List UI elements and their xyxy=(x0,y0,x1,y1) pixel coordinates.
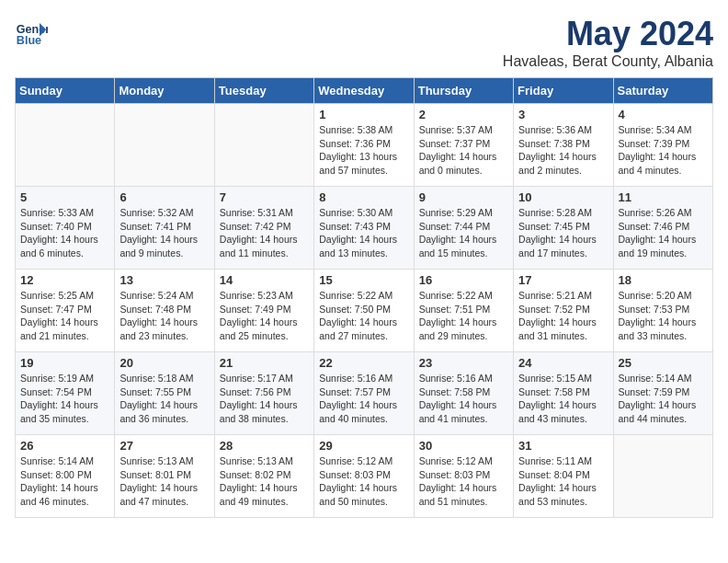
day-number: 12 xyxy=(20,273,109,287)
day-number: 20 xyxy=(119,356,209,370)
day-info: Sunrise: 5:38 AMSunset: 7:36 PMDaylight:… xyxy=(319,123,408,178)
calendar-cell xyxy=(214,104,313,187)
day-number: 27 xyxy=(119,439,209,453)
day-number: 6 xyxy=(119,190,209,204)
calendar-week-1: 1Sunrise: 5:38 AMSunset: 7:36 PMDaylight… xyxy=(16,104,713,187)
day-number: 29 xyxy=(319,439,408,453)
calendar-cell: 24Sunrise: 5:15 AMSunset: 7:58 PMDayligh… xyxy=(514,352,613,435)
day-number: 14 xyxy=(220,273,309,287)
calendar-week-5: 26Sunrise: 5:14 AMSunset: 8:00 PMDayligh… xyxy=(16,435,713,518)
calendar-cell: 25Sunrise: 5:14 AMSunset: 7:59 PMDayligh… xyxy=(613,352,712,435)
day-info: Sunrise: 5:16 AMSunset: 7:57 PMDaylight:… xyxy=(319,372,408,426)
day-info: Sunrise: 5:16 AMSunset: 7:58 PMDaylight:… xyxy=(419,372,508,426)
calendar-cell: 2Sunrise: 5:37 AMSunset: 7:37 PMDaylight… xyxy=(414,104,513,187)
calendar-cell: 12Sunrise: 5:25 AMSunset: 7:47 PMDayligh… xyxy=(16,270,115,352)
calendar-cell xyxy=(115,104,214,187)
weekday-header-monday: Monday xyxy=(115,78,214,104)
title-block: May 2024 Havaleas, Berat County, Albania xyxy=(503,15,713,70)
calendar-cell: 1Sunrise: 5:38 AMSunset: 7:36 PMDaylight… xyxy=(314,104,414,187)
calendar-cell: 30Sunrise: 5:12 AMSunset: 8:03 PMDayligh… xyxy=(414,435,513,518)
location-subtitle: Havaleas, Berat County, Albania xyxy=(503,53,713,70)
day-number: 3 xyxy=(518,108,608,121)
weekday-header-row: SundayMondayTuesdayWednesdayThursdayFrid… xyxy=(16,78,713,104)
day-number: 9 xyxy=(419,190,508,204)
calendar-cell: 28Sunrise: 5:13 AMSunset: 8:02 PMDayligh… xyxy=(214,435,313,518)
day-info: Sunrise: 5:29 AMSunset: 7:44 PMDaylight:… xyxy=(419,206,508,260)
day-info: Sunrise: 5:14 AMSunset: 8:00 PMDaylight:… xyxy=(20,454,109,509)
calendar-cell: 13Sunrise: 5:24 AMSunset: 7:48 PMDayligh… xyxy=(115,270,214,352)
calendar-week-4: 19Sunrise: 5:19 AMSunset: 7:54 PMDayligh… xyxy=(16,352,713,435)
calendar-cell: 15Sunrise: 5:22 AMSunset: 7:50 PMDayligh… xyxy=(314,270,414,352)
day-info: Sunrise: 5:12 AMSunset: 8:03 PMDaylight:… xyxy=(319,454,408,509)
day-info: Sunrise: 5:17 AMSunset: 7:56 PMDaylight:… xyxy=(220,372,309,426)
day-number: 11 xyxy=(619,190,708,204)
calendar-week-3: 12Sunrise: 5:25 AMSunset: 7:47 PMDayligh… xyxy=(16,270,713,352)
calendar-cell: 22Sunrise: 5:16 AMSunset: 7:57 PMDayligh… xyxy=(314,352,414,435)
calendar-cell: 7Sunrise: 5:31 AMSunset: 7:42 PMDaylight… xyxy=(214,187,313,270)
day-number: 24 xyxy=(518,356,608,370)
day-info: Sunrise: 5:23 AMSunset: 7:49 PMDaylight:… xyxy=(220,289,309,343)
day-number: 2 xyxy=(419,108,508,121)
day-info: Sunrise: 5:33 AMSunset: 7:40 PMDaylight:… xyxy=(20,206,109,260)
day-info: Sunrise: 5:22 AMSunset: 7:50 PMDaylight:… xyxy=(319,289,408,343)
day-number: 23 xyxy=(419,356,508,370)
calendar-cell: 21Sunrise: 5:17 AMSunset: 7:56 PMDayligh… xyxy=(214,352,313,435)
day-number: 22 xyxy=(319,356,408,370)
day-number: 15 xyxy=(319,273,408,287)
day-number: 10 xyxy=(518,190,608,204)
day-info: Sunrise: 5:31 AMSunset: 7:42 PMDaylight:… xyxy=(220,206,309,260)
day-number: 5 xyxy=(20,190,109,204)
calendar-cell xyxy=(613,435,712,518)
calendar-cell: 23Sunrise: 5:16 AMSunset: 7:58 PMDayligh… xyxy=(414,352,513,435)
day-info: Sunrise: 5:21 AMSunset: 7:52 PMDaylight:… xyxy=(518,289,608,343)
day-number: 13 xyxy=(119,273,209,287)
day-info: Sunrise: 5:13 AMSunset: 8:01 PMDaylight:… xyxy=(119,454,209,509)
calendar-week-2: 5Sunrise: 5:33 AMSunset: 7:40 PMDaylight… xyxy=(16,187,713,270)
day-number: 25 xyxy=(619,356,708,370)
calendar-cell: 4Sunrise: 5:34 AMSunset: 7:39 PMDaylight… xyxy=(613,104,712,187)
calendar-cell: 20Sunrise: 5:18 AMSunset: 7:55 PMDayligh… xyxy=(115,352,214,435)
day-info: Sunrise: 5:12 AMSunset: 8:03 PMDaylight:… xyxy=(419,454,508,509)
calendar-cell: 26Sunrise: 5:14 AMSunset: 8:00 PMDayligh… xyxy=(16,435,115,518)
day-number: 7 xyxy=(220,190,309,204)
day-number: 1 xyxy=(319,108,408,121)
day-info: Sunrise: 5:25 AMSunset: 7:47 PMDaylight:… xyxy=(20,289,109,343)
calendar-cell: 9Sunrise: 5:29 AMSunset: 7:44 PMDaylight… xyxy=(414,187,513,270)
calendar-cell: 5Sunrise: 5:33 AMSunset: 7:40 PMDaylight… xyxy=(16,187,115,270)
day-info: Sunrise: 5:32 AMSunset: 7:41 PMDaylight:… xyxy=(119,206,209,260)
calendar-cell: 27Sunrise: 5:13 AMSunset: 8:01 PMDayligh… xyxy=(115,435,214,518)
weekday-header-saturday: Saturday xyxy=(613,78,712,104)
day-info: Sunrise: 5:15 AMSunset: 7:58 PMDaylight:… xyxy=(518,372,608,426)
day-number: 18 xyxy=(619,273,708,287)
logo-icon: General Blue xyxy=(15,15,48,48)
day-info: Sunrise: 5:28 AMSunset: 7:45 PMDaylight:… xyxy=(518,206,608,260)
day-info: Sunrise: 5:36 AMSunset: 7:38 PMDaylight:… xyxy=(518,123,608,178)
day-number: 31 xyxy=(518,439,608,453)
day-number: 4 xyxy=(619,108,708,121)
calendar-cell: 10Sunrise: 5:28 AMSunset: 7:45 PMDayligh… xyxy=(514,187,613,270)
day-info: Sunrise: 5:11 AMSunset: 8:04 PMDaylight:… xyxy=(518,454,608,509)
day-info: Sunrise: 5:19 AMSunset: 7:54 PMDaylight:… xyxy=(20,372,109,426)
svg-text:Blue: Blue xyxy=(17,34,41,47)
weekday-header-tuesday: Tuesday xyxy=(214,78,313,104)
day-info: Sunrise: 5:24 AMSunset: 7:48 PMDaylight:… xyxy=(119,289,209,343)
day-info: Sunrise: 5:18 AMSunset: 7:55 PMDaylight:… xyxy=(119,372,209,426)
calendar-cell: 18Sunrise: 5:20 AMSunset: 7:53 PMDayligh… xyxy=(613,270,712,352)
weekday-header-thursday: Thursday xyxy=(414,78,513,104)
calendar-cell: 11Sunrise: 5:26 AMSunset: 7:46 PMDayligh… xyxy=(613,187,712,270)
calendar-cell: 14Sunrise: 5:23 AMSunset: 7:49 PMDayligh… xyxy=(214,270,313,352)
day-info: Sunrise: 5:37 AMSunset: 7:37 PMDaylight:… xyxy=(419,123,508,178)
calendar-cell: 8Sunrise: 5:30 AMSunset: 7:43 PMDaylight… xyxy=(314,187,414,270)
day-number: 21 xyxy=(220,356,309,370)
day-info: Sunrise: 5:26 AMSunset: 7:46 PMDaylight:… xyxy=(619,206,708,260)
page-header: General Blue May 2024 Havaleas, Berat Co… xyxy=(15,15,713,70)
calendar-cell: 16Sunrise: 5:22 AMSunset: 7:51 PMDayligh… xyxy=(414,270,513,352)
day-info: Sunrise: 5:34 AMSunset: 7:39 PMDaylight:… xyxy=(619,123,708,178)
calendar-table: SundayMondayTuesdayWednesdayThursdayFrid… xyxy=(15,77,713,518)
day-info: Sunrise: 5:22 AMSunset: 7:51 PMDaylight:… xyxy=(419,289,508,343)
day-info: Sunrise: 5:14 AMSunset: 7:59 PMDaylight:… xyxy=(619,372,708,426)
calendar-cell xyxy=(16,104,115,187)
calendar-cell: 6Sunrise: 5:32 AMSunset: 7:41 PMDaylight… xyxy=(115,187,214,270)
month-title: May 2024 xyxy=(503,15,713,53)
calendar-cell: 19Sunrise: 5:19 AMSunset: 7:54 PMDayligh… xyxy=(16,352,115,435)
